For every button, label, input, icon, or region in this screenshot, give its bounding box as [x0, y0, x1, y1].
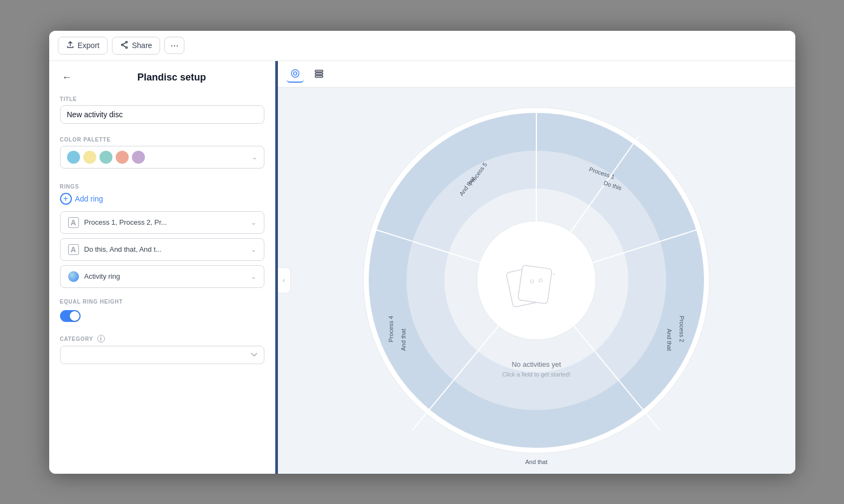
category-select[interactable]	[60, 346, 264, 364]
svg-text:Process 4: Process 4	[388, 316, 394, 342]
svg-text:+: +	[553, 272, 555, 277]
svg-line-3	[123, 43, 125, 44]
svg-line-4	[123, 45, 125, 47]
ring-text-icon-2: A	[68, 244, 79, 255]
equal-ring-toggle[interactable]	[60, 310, 81, 322]
ring-item-processes[interactable]: A Process 1, Process 2, Pr... ⌄	[60, 211, 264, 234]
activity-ring-dot	[68, 271, 79, 282]
svg-text:And that: And that	[400, 329, 407, 351]
canvas-content: ‹	[278, 88, 795, 474]
sidebar-title: Plandisc setup	[79, 72, 264, 83]
color-palette-label: COLOR PALETTE	[49, 130, 275, 146]
sidebar-header: ← Plandisc setup	[49, 61, 275, 90]
svg-rect-7	[315, 70, 323, 72]
add-ring-label: Add ring	[75, 194, 103, 203]
ring-chevron-icon-2: ⌄	[251, 246, 256, 253]
export-label: Export	[78, 41, 99, 50]
svg-text:°: °	[517, 290, 519, 295]
plandisc-svg: Process 5 And that Process 1 Do this Pro…	[353, 97, 720, 464]
svg-text:Click a field to get started!: Click a field to get started!	[502, 371, 571, 378]
equal-ring-height-label: EQUAL RING HEIGHT	[49, 292, 275, 308]
svg-point-5	[291, 70, 299, 77]
svg-point-6	[294, 72, 297, 75]
ring-chevron-icon-3: ⌄	[251, 273, 256, 280]
canvas-toolbar	[278, 61, 795, 88]
ring-text-icon: A	[68, 217, 79, 228]
toggle-thumb	[70, 311, 79, 321]
sidebar: ← Plandisc setup TITLE COLOR PALETTE ⌄ R…	[49, 61, 276, 474]
svg-text:No activities yet: No activities yet	[511, 360, 561, 368]
category-label: CATEGORY i	[49, 328, 275, 346]
color-dot-salmon	[116, 151, 129, 164]
svg-rect-9	[315, 76, 323, 77]
collapse-icon: ‹	[283, 277, 285, 284]
ring-label-actions: Do this, And that, And t...	[84, 245, 245, 253]
back-button[interactable]: ←	[60, 70, 74, 85]
toggle-row	[49, 308, 275, 328]
color-palette-picker[interactable]: ⌄	[60, 146, 264, 169]
svg-text:Process 2: Process 2	[679, 316, 685, 342]
rings-section-label: RINGS	[49, 177, 275, 193]
title-input[interactable]	[60, 105, 264, 124]
svg-text:·: ·	[519, 275, 521, 280]
ring-chevron-icon: ⌄	[251, 219, 256, 226]
svg-text:And that: And that	[666, 329, 673, 351]
svg-point-2	[125, 46, 127, 48]
export-button[interactable]: Export	[58, 37, 108, 55]
category-info-icon: i	[97, 335, 105, 342]
svg-rect-34	[518, 265, 553, 304]
plandisc-diagram: Process 5 And that Process 1 Do this Pro…	[353, 97, 720, 464]
ring-label-processes: Process 1, Process 2, Pr...	[84, 218, 245, 226]
color-palette-chevron-icon: ⌄	[252, 153, 257, 161]
canvas-tool-list[interactable]	[310, 65, 328, 83]
top-bar-left: Export Share ···	[58, 37, 787, 55]
title-section-label: TITLE	[49, 90, 275, 105]
add-ring-button[interactable]: + Add ring	[60, 193, 264, 205]
color-dot-blue	[67, 151, 80, 164]
share-label: Share	[132, 41, 152, 50]
back-icon: ←	[62, 72, 72, 83]
export-icon	[66, 41, 75, 51]
more-icon: ···	[170, 40, 178, 51]
more-button[interactable]: ···	[164, 37, 184, 54]
svg-point-1	[121, 44, 123, 45]
svg-text:·: ·	[554, 290, 555, 295]
ring-item-activity[interactable]: Activity ring ⌄	[60, 265, 264, 288]
canvas-tool-circle[interactable]	[287, 65, 304, 83]
svg-rect-8	[315, 73, 323, 75]
share-icon	[120, 41, 129, 51]
canvas-area: ‹	[278, 61, 795, 474]
share-button[interactable]: Share	[112, 37, 160, 55]
color-dot-teal	[99, 151, 112, 164]
main-layout: ← Plandisc setup TITLE COLOR PALETTE ⌄ R…	[49, 61, 795, 474]
color-dot-purple	[132, 151, 145, 164]
sidebar-collapse-button[interactable]: ‹	[278, 267, 291, 293]
color-dot-yellow	[83, 151, 96, 164]
app-window: Export Share ··· ←	[49, 31, 795, 474]
ring-label-activity: Activity ring	[84, 272, 245, 280]
svg-text:And that: And that	[526, 459, 548, 464]
svg-point-0	[125, 41, 127, 43]
top-bar: Export Share ···	[49, 31, 795, 61]
ring-item-actions[interactable]: A Do this, And that, And t... ⌄	[60, 238, 264, 261]
add-ring-icon: +	[60, 193, 72, 205]
